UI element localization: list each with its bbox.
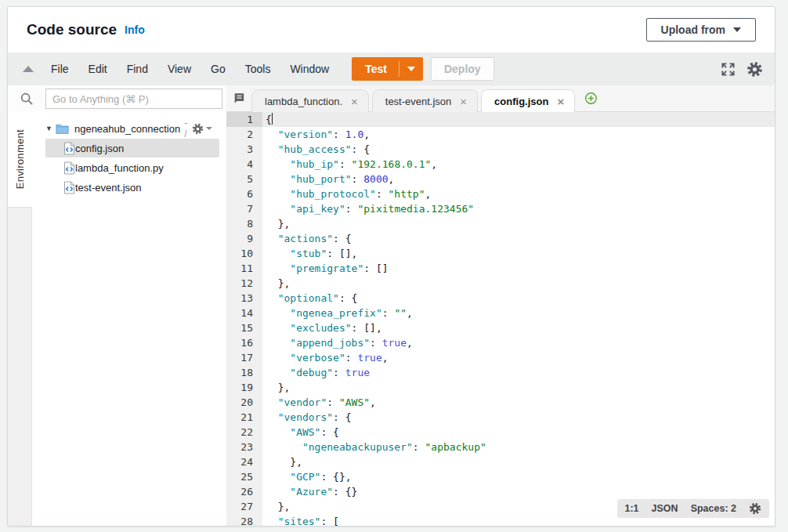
code-file-icon xyxy=(63,142,75,155)
tree-settings-gear-icon[interactable] xyxy=(192,123,212,135)
new-tab-icon[interactable] xyxy=(584,92,598,105)
code-line-15[interactable]: "excludes": [], xyxy=(262,320,775,335)
tree-folder-row[interactable]: ▼ ngeneahub_connection - / xyxy=(32,119,226,138)
tab-label: test-event.json xyxy=(385,96,452,107)
menu-item-file[interactable]: File xyxy=(47,60,73,78)
code-line-21[interactable]: "vendors": { xyxy=(262,410,775,425)
code-line-23[interactable]: "ngeneabackupuser": "apbackup" xyxy=(262,440,775,454)
line-number: 9 xyxy=(226,231,262,246)
tabs: lambda_function.×test-event.json×config.… xyxy=(251,89,578,111)
language-mode[interactable]: JSON xyxy=(652,503,678,514)
go-to-anything-input[interactable] xyxy=(45,89,222,109)
code-line-22[interactable]: "AWS": { xyxy=(262,425,775,440)
line-number: 1 xyxy=(226,112,262,127)
code-line-25[interactable]: "GCP": {}, xyxy=(262,469,775,484)
code-line-19[interactable]: }, xyxy=(262,380,775,395)
file-tree: ▼ ngeneahub_connection - / xyxy=(32,112,226,526)
statusbar-gear-icon[interactable] xyxy=(749,502,761,515)
line-number: 19 xyxy=(226,380,262,395)
line-number: 16 xyxy=(226,335,262,350)
menu-item-tools[interactable]: Tools xyxy=(241,60,275,78)
chevron-expanded-icon[interactable]: ▼ xyxy=(45,125,56,132)
close-icon[interactable]: × xyxy=(556,96,565,107)
editor-tab-test-event.json[interactable]: test-event.json× xyxy=(372,89,478,112)
line-number: 7 xyxy=(226,201,262,216)
panel-header: Code source Info Upload from xyxy=(8,7,775,52)
upload-from-button[interactable]: Upload from xyxy=(646,18,756,42)
menu-item-view[interactable]: View xyxy=(164,60,195,78)
settings-gear-icon[interactable] xyxy=(746,61,763,78)
line-number: 24 xyxy=(226,454,262,469)
code-line-4[interactable]: "hub_ip": "192.168.0.1", xyxy=(262,157,775,172)
menu-item-go[interactable]: Go xyxy=(207,60,230,78)
indentation-setting[interactable]: Spaces: 2 xyxy=(691,503,736,514)
tab-label: lambda_function. xyxy=(265,96,342,107)
code-line-7[interactable]: "api_key": "pixitmedia.123456" xyxy=(262,201,775,216)
code-area[interactable]: 1234567891011121314151617181920212223242… xyxy=(226,112,775,526)
line-number: 4 xyxy=(226,157,262,172)
tree-file-lambda_function.py[interactable]: lambda_function.py xyxy=(45,158,219,177)
code-line-16[interactable]: "append_jobs": true, xyxy=(262,335,775,350)
code-line-12[interactable]: }, xyxy=(262,276,775,291)
line-number: 20 xyxy=(226,395,262,410)
chevron-down-icon xyxy=(206,127,212,130)
file-explorer-panel: Environment ▼ ngeneahub_connection xyxy=(8,85,226,526)
code-line-6[interactable]: "hub_protocol": "http", xyxy=(262,186,775,201)
file-name: test-event.json xyxy=(75,182,142,194)
folder-path-suffix: - / xyxy=(184,118,192,139)
code-line-11[interactable]: "premigrate": [] xyxy=(262,261,775,276)
menu-item-find[interactable]: Find xyxy=(123,60,152,78)
code-line-17[interactable]: "verbose": true, xyxy=(262,350,775,365)
line-number: 26 xyxy=(226,484,262,499)
code-line-8[interactable]: }, xyxy=(262,216,775,231)
code-line-18[interactable]: "debug": true xyxy=(262,365,775,380)
tab-environment[interactable]: Environment xyxy=(8,112,32,208)
line-number: 21 xyxy=(226,410,262,425)
line-number: 17 xyxy=(226,350,262,365)
tab-list-icon[interactable] xyxy=(233,92,245,104)
cursor-position[interactable]: 1:1 xyxy=(625,503,639,514)
code-line-3[interactable]: "hub_access": { xyxy=(262,142,775,157)
code-line-24[interactable]: }, xyxy=(262,454,775,469)
close-icon[interactable]: × xyxy=(350,96,359,107)
code-line-13[interactable]: "optional": { xyxy=(262,291,775,306)
code-file-icon xyxy=(63,181,75,194)
collapse-panel-icon[interactable] xyxy=(23,66,34,72)
code-line-26[interactable]: "Azure": {} xyxy=(262,484,775,499)
line-number: 10 xyxy=(226,246,262,261)
code-line-9[interactable]: "actions": { xyxy=(262,231,775,246)
code-line-2[interactable]: "version": 1.0, xyxy=(262,127,775,142)
line-number: 27 xyxy=(226,499,262,514)
menu-items: FileEditFindViewGoToolsWindow xyxy=(47,60,333,78)
test-button[interactable]: Test xyxy=(352,57,423,81)
search-icon[interactable] xyxy=(8,92,45,106)
code-line-20[interactable]: "vendor": "AWS", xyxy=(262,395,775,410)
tree-file-list: config.json lambda_function.py test-even… xyxy=(32,139,226,197)
line-number: 23 xyxy=(226,440,262,454)
editor-tab-lambda_function[interactable]: lambda_function.× xyxy=(251,89,369,112)
menu-item-window[interactable]: Window xyxy=(286,60,333,78)
info-link[interactable]: Info xyxy=(125,24,145,36)
close-icon[interactable]: × xyxy=(459,96,468,107)
code-source-panel: Code source Info Upload from FileEditFin… xyxy=(7,6,775,527)
tree-file-test-event.json[interactable]: test-event.json xyxy=(45,178,219,197)
code-lines[interactable]: { "version": 1.0, "hub_access": { "hub_i… xyxy=(262,112,775,526)
code-line-14[interactable]: "ngenea_prefix": "", xyxy=(262,306,775,320)
code-line-5[interactable]: "hub_port": 8000, xyxy=(262,172,775,186)
search-row xyxy=(8,85,226,112)
chevron-down-icon xyxy=(407,67,415,71)
fullscreen-icon[interactable] xyxy=(721,62,736,77)
line-number: 2 xyxy=(226,127,262,142)
chevron-down-icon xyxy=(733,27,741,32)
deploy-button[interactable]: Deploy xyxy=(431,57,494,81)
tree-file-config.json[interactable]: config.json xyxy=(45,139,219,157)
menu-item-edit[interactable]: Edit xyxy=(85,60,111,78)
test-dropdown[interactable] xyxy=(399,57,423,81)
line-number: 12 xyxy=(226,276,262,291)
line-number: 8 xyxy=(226,216,262,231)
code-line-1[interactable]: { xyxy=(262,112,775,127)
code-line-10[interactable]: "stub": [], xyxy=(262,246,775,261)
line-number: 22 xyxy=(226,425,262,440)
editor-tab-config.json[interactable]: config.json× xyxy=(481,89,575,112)
editor-menubar: FileEditFindViewGoToolsWindow Test Deplo… xyxy=(8,52,775,85)
